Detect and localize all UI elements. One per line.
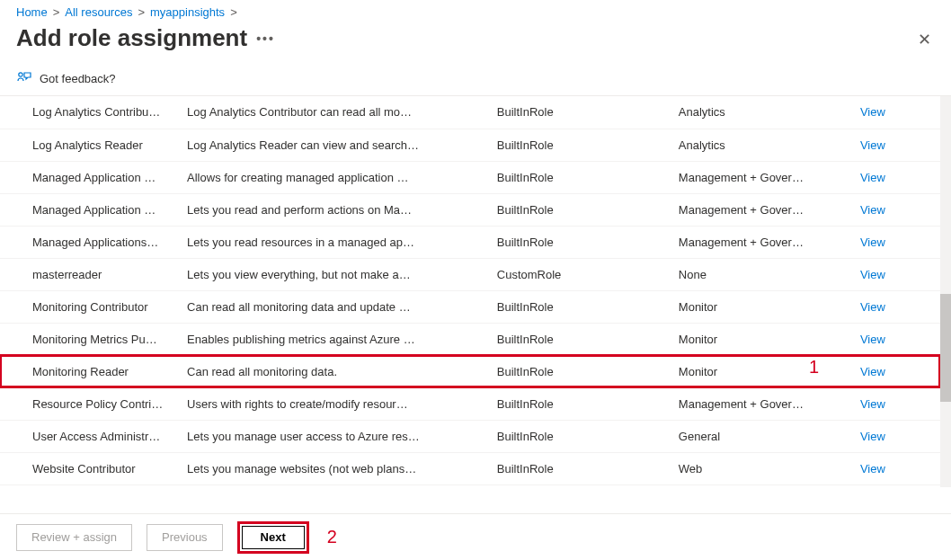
- view-link[interactable]: View: [860, 171, 885, 184]
- role-category: Monitor: [673, 290, 855, 323]
- role-type: CustomRole: [492, 258, 673, 290]
- role-description: Log Analytics Contributor can read all m…: [182, 96, 492, 129]
- close-icon[interactable]: ✕: [914, 26, 935, 53]
- table-row[interactable]: Managed Applications…Lets you read resou…: [0, 226, 940, 258]
- feedback-icon[interactable]: [16, 70, 32, 86]
- role-type: BuiltInRole: [492, 420, 673, 452]
- view-link[interactable]: View: [860, 430, 885, 443]
- view-link[interactable]: View: [860, 105, 885, 119]
- table-row[interactable]: User Access Administr…Lets you manage us…: [0, 420, 940, 452]
- next-button[interactable]: Next: [242, 526, 305, 549]
- role-category: Web: [673, 452, 855, 484]
- table-row[interactable]: Monitoring ContributorCan read all monit…: [0, 290, 940, 323]
- role-type: BuiltInRole: [492, 193, 673, 226]
- more-icon[interactable]: •••: [256, 31, 275, 46]
- role-category: Management + Gover…: [673, 387, 855, 420]
- table-row[interactable]: Resource Policy Contri…Users with rights…: [0, 387, 940, 420]
- table-row[interactable]: Monitoring ReaderCan read all monitoring…: [0, 355, 940, 387]
- scrollbar-thumb[interactable]: [940, 294, 951, 402]
- annotation-2: 2: [327, 527, 337, 547]
- role-description: Can read all monitoring data and update …: [182, 290, 492, 323]
- view-link[interactable]: View: [860, 462, 885, 476]
- role-type: BuiltInRole: [492, 290, 673, 323]
- role-description: Enables publishing metrics against Azure…: [182, 323, 492, 355]
- role-name: Managed Application …: [0, 193, 182, 226]
- role-type: BuiltInRole: [492, 161, 673, 193]
- chevron-right-icon: >: [138, 5, 145, 19]
- view-link[interactable]: View: [860, 203, 885, 217]
- view-link[interactable]: View: [860, 236, 885, 249]
- role-description: Lets you read and perform actions on Ma…: [182, 193, 492, 226]
- role-name: Log Analytics Contribu…: [0, 96, 182, 129]
- footer-actions: Review + assign Previous Next 2: [0, 513, 951, 560]
- role-description: Log Analytics Reader can view and search…: [182, 129, 492, 161]
- review-assign-button: Review + assign: [16, 524, 132, 551]
- role-type: BuiltInRole: [492, 96, 673, 129]
- role-type: BuiltInRole: [492, 129, 673, 161]
- role-category: Monitor: [673, 323, 855, 355]
- role-name: Website Contributor: [0, 452, 182, 484]
- table-row[interactable]: Managed Application …Allows for creating…: [0, 161, 940, 193]
- role-description: Lets you manage websites (not web plans…: [182, 452, 492, 484]
- view-link[interactable]: View: [860, 268, 885, 281]
- role-description: Can read all monitoring data.: [182, 355, 492, 387]
- role-description: Lets you manage user access to Azure res…: [182, 420, 492, 452]
- role-name: User Access Administr…: [0, 420, 182, 452]
- role-description: Allows for creating managed application …: [182, 161, 492, 193]
- breadcrumb-resource[interactable]: myappinsights: [150, 5, 225, 19]
- role-category: Management + Gover…: [673, 193, 855, 226]
- role-category: None: [673, 258, 855, 290]
- table-row[interactable]: Monitoring Metrics Pu…Enables publishing…: [0, 323, 940, 355]
- role-category: Management + Gover…: [673, 226, 855, 258]
- role-name: Monitoring Contributor: [0, 290, 182, 323]
- annotation-1: 1: [809, 357, 951, 378]
- svg-point-0: [19, 73, 22, 76]
- role-description: Users with rights to create/modify resou…: [182, 387, 492, 420]
- table-row[interactable]: Log Analytics ReaderLog Analytics Reader…: [0, 129, 940, 161]
- role-description: Lets you view everything, but not make a…: [182, 258, 492, 290]
- next-button-highlight: Next: [237, 521, 309, 554]
- role-name: Monitoring Reader: [0, 355, 182, 387]
- chevron-right-icon: >: [53, 5, 60, 19]
- breadcrumb: Home > All resources > myappinsights >: [0, 0, 951, 21]
- table-row[interactable]: Log Analytics Contribu…Log Analytics Con…: [0, 96, 940, 129]
- role-type: BuiltInRole: [492, 387, 673, 420]
- role-type: BuiltInRole: [492, 355, 673, 387]
- scrollbar[interactable]: [940, 96, 951, 487]
- view-link[interactable]: View: [860, 397, 885, 411]
- feedback-link[interactable]: Got feedback?: [40, 72, 116, 85]
- previous-button: Previous: [147, 524, 223, 551]
- role-name: Resource Policy Contri…: [0, 387, 182, 420]
- view-link[interactable]: View: [860, 138, 885, 152]
- role-name: Monitoring Metrics Pu…: [0, 323, 182, 355]
- role-description: Lets you read resources in a managed ap…: [182, 226, 492, 258]
- view-link[interactable]: View: [860, 333, 885, 346]
- role-category: Management + Gover…: [673, 161, 855, 193]
- role-name: Managed Application …: [0, 161, 182, 193]
- role-type: BuiltInRole: [492, 452, 673, 484]
- role-name: Managed Applications…: [0, 226, 182, 258]
- table-row[interactable]: masterreaderLets you view everything, bu…: [0, 258, 940, 290]
- breadcrumb-home[interactable]: Home: [16, 5, 48, 19]
- role-type: BuiltInRole: [492, 226, 673, 258]
- breadcrumb-all-resources[interactable]: All resources: [65, 5, 132, 19]
- chevron-right-icon: >: [230, 5, 237, 19]
- roles-table: Log Analytics Contribu…Log Analytics Con…: [0, 95, 951, 487]
- role-name: Log Analytics Reader: [0, 129, 182, 161]
- role-category: General: [673, 420, 855, 452]
- page-title: Add role assignment •••: [16, 24, 275, 52]
- role-category: Analytics: [673, 96, 855, 129]
- view-link[interactable]: View: [860, 300, 885, 314]
- role-category: Analytics: [673, 129, 855, 161]
- role-type: BuiltInRole: [492, 323, 673, 355]
- table-row[interactable]: Managed Application …Lets you read and p…: [0, 193, 940, 226]
- role-name: masterreader: [0, 258, 182, 290]
- table-row[interactable]: Website ContributorLets you manage websi…: [0, 452, 940, 484]
